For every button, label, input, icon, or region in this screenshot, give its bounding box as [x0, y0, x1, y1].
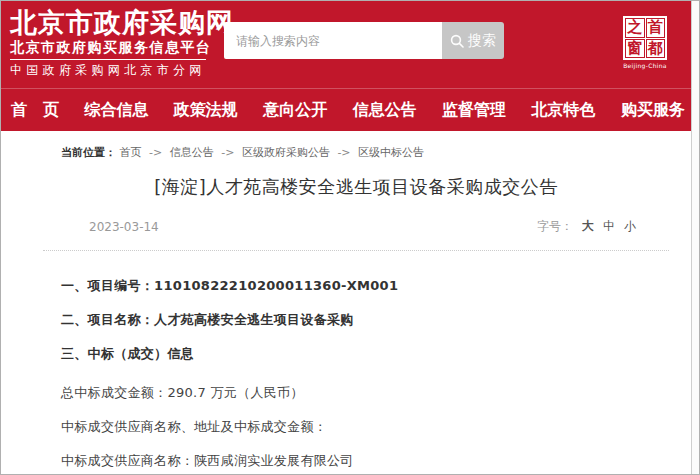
project-number-line: 一、项目编号：11010822210200011360-XM001	[61, 279, 669, 293]
article-body: 一、项目编号：11010822210200011360-XM001 二、项目名称…	[43, 279, 669, 468]
nav-item-beijing-features[interactable]: 北京特色	[532, 100, 596, 121]
site-tagline: 中国政府采购网北京市分网	[10, 63, 216, 77]
search-button[interactable]: 搜索	[442, 22, 504, 59]
breadcrumb-label: 当前位置：	[61, 146, 116, 159]
seal-char: 之	[625, 18, 645, 38]
breadcrumb: 当前位置： 首页 -> 信息公告 -> 区级政府采购公告 -> 区级中标公告	[61, 145, 669, 160]
publish-date: 2023-03-14	[89, 220, 159, 234]
font-size-small-button[interactable]: 小	[624, 218, 636, 235]
seal-char: 首	[646, 18, 666, 38]
breadcrumb-separator: ->	[337, 146, 350, 159]
font-size-control: 字号： 大 中 小	[537, 218, 636, 235]
font-size-medium-button[interactable]: 中	[603, 218, 615, 235]
seal-caption: Beijing-China	[623, 62, 667, 69]
nav-item-comprehensive-info[interactable]: 综合信息	[84, 100, 148, 121]
article-meta: 2023-03-14 字号： 大 中 小	[43, 218, 669, 235]
breadcrumb-announcements[interactable]: 信息公告	[170, 146, 214, 159]
site-title: 北京市政府采购网	[10, 8, 216, 38]
browser-page: 北京市政府采购网 北京市政府购买服务信息平台 中国政府采购网北京市分网 搜索 之	[0, 0, 700, 475]
nav-item-purchase-services[interactable]: 购买服务	[621, 100, 685, 121]
supplier-name-line: 中标成交供应商名称：陕西咸润实业发展有限公司	[61, 454, 669, 468]
nav-item-policies[interactable]: 政策法规	[174, 100, 238, 121]
page-title: [海淀]人才苑高楼安全逃生项目设备采购成交公告	[43, 175, 669, 199]
search-button-label: 搜索	[468, 32, 496, 50]
nav-item-intent-disclosure[interactable]: 意向公开	[263, 100, 327, 121]
vertical-scrollbar[interactable]	[691, 1, 699, 474]
content-area: 当前位置： 首页 -> 信息公告 -> 区级政府采购公告 -> 区级中标公告 […	[1, 131, 699, 468]
font-size-large-button[interactable]: 大	[582, 218, 594, 235]
logo-divider	[10, 59, 206, 60]
font-size-label: 字号：	[537, 218, 573, 235]
breadcrumb-separator: ->	[221, 146, 234, 159]
search-input[interactable]	[224, 22, 442, 59]
site-logo[interactable]: 北京市政府采购网 北京市政府购买服务信息平台 中国政府采购网北京市分网	[1, 1, 216, 77]
nav-item-announcements[interactable]: 信息公告	[353, 100, 417, 121]
site-subtitle: 北京市政府购买服务信息平台	[10, 39, 216, 56]
search-icon	[450, 34, 464, 48]
project-name-line: 二、项目名称：人才苑高楼安全逃生项目设备采购	[61, 313, 669, 327]
divider	[43, 250, 669, 251]
breadcrumb-home[interactable]: 首页	[120, 146, 142, 159]
seal-icon: 之 首 窗 都	[623, 16, 667, 60]
total-amount-line: 总中标成交金额：290.7 万元（人民币）	[61, 386, 669, 400]
search-bar: 搜索	[224, 22, 504, 59]
seal-char: 都	[646, 39, 666, 59]
supplier-info-heading: 中标成交供应商名称、地址及中标成交金额：	[61, 420, 669, 434]
breadcrumb-district-award[interactable]: 区级中标公告	[358, 146, 424, 159]
nav-item-supervision[interactable]: 监督管理	[442, 100, 506, 121]
breadcrumb-district-procurement[interactable]: 区级政府采购公告	[242, 146, 330, 159]
award-info-heading: 三、中标（成交）信息	[61, 347, 669, 361]
seal-char: 窗	[625, 39, 645, 59]
nav-item-home[interactable]: 首 页	[11, 100, 59, 121]
breadcrumb-separator: ->	[149, 146, 162, 159]
site-header: 北京市政府采购网 北京市政府购买服务信息平台 中国政府采购网北京市分网 搜索 之	[1, 1, 699, 89]
main-nav: 首 页 综合信息 政策法规 意向公开 信息公告 监督管理 北京特色 购买服务	[1, 89, 699, 131]
capital-window-seal[interactable]: 之 首 窗 都 Beijing-China	[623, 16, 667, 69]
